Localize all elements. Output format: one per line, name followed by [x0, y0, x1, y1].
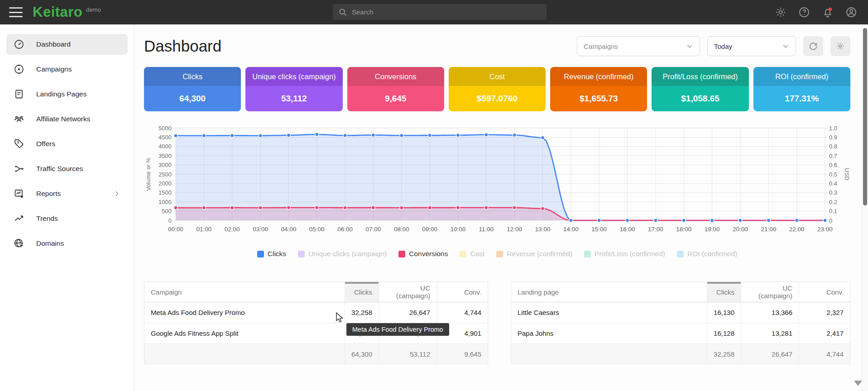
legend-label: ROI (confirmed)	[687, 250, 737, 258]
table-header-row: CampaignClicksUC (campaign)Conv.	[144, 282, 488, 302]
svg-text:0.6: 0.6	[829, 162, 837, 168]
svg-text:0.3: 0.3	[829, 189, 837, 196]
grouping-select[interactable]: Campaigns	[577, 36, 700, 56]
period-select-value: Today	[714, 43, 732, 50]
scrollbar-thumb[interactable]	[863, 28, 867, 205]
refresh-icon	[808, 41, 818, 51]
svg-text:17:00: 17:00	[648, 226, 663, 233]
svg-text:2500: 2500	[158, 171, 172, 178]
svg-text:14:00: 14:00	[563, 226, 579, 233]
traffic-split-icon	[14, 163, 24, 174]
column-header-campaign[interactable]: Campaign	[144, 282, 345, 302]
column-header-uc-campaign-[interactable]: UC (campaign)	[741, 282, 799, 302]
legend-label: Clicks	[268, 250, 286, 258]
legend-swatch	[496, 251, 503, 257]
stat-card-cost[interactable]: Cost$597.0760	[449, 67, 546, 111]
help-icon[interactable]	[798, 6, 810, 18]
sidebar-item-offers[interactable]: $Offers	[6, 134, 128, 154]
svg-text:02:00: 02:00	[225, 226, 240, 233]
table-totals-row: 32,25826,6474,744	[511, 344, 850, 364]
vertical-scrollbar[interactable]	[862, 24, 868, 391]
legend-label: Unique clicks (campaign)	[308, 250, 387, 258]
sidebar-item-campaigns[interactable]: Campaigns	[6, 59, 128, 80]
legend-label: Revenue (confirmed)	[507, 250, 572, 258]
svg-text:03:00: 03:00	[253, 226, 268, 233]
legend-item-unique-clicks-campaign-[interactable]: Unique clicks (campaign)	[298, 250, 387, 258]
table-row[interactable]: Papa Johns16,12813,2812,417	[511, 323, 850, 344]
total-cell: 9,645	[437, 344, 488, 364]
total-cell: 4,744	[799, 344, 850, 364]
sidebar-item-reports[interactable]: Reports	[6, 183, 128, 204]
row-name-cell: Google Ads Fitness App Split	[144, 323, 345, 344]
dashboard-gauge-icon	[14, 39, 24, 50]
svg-text:$: $	[17, 141, 19, 144]
stat-card-value: $597.0760	[449, 86, 546, 111]
legend-item-revenue-confirmed-[interactable]: Revenue (confirmed)	[496, 250, 572, 258]
svg-text:22:00: 22:00	[789, 226, 805, 233]
sidebar-item-label: Dashboard	[36, 40, 71, 48]
column-header-landing-page[interactable]: Landing page	[511, 282, 707, 302]
target-icon	[14, 64, 24, 75]
svg-text:0: 0	[829, 217, 832, 224]
sidebar-item-dashboard[interactable]: Dashboard	[6, 34, 128, 55]
refresh-button[interactable]	[803, 36, 823, 56]
total-cell	[511, 344, 707, 364]
table-row[interactable]: Meta Ads Food Delivery Promo32,25826,647…	[144, 302, 488, 323]
stat-card-label: Profit/Loss (confirmed)	[652, 67, 748, 86]
column-header-clicks[interactable]: Clicks	[345, 282, 379, 302]
scroll-down-arrow-icon[interactable]	[854, 381, 862, 386]
stat-card-revenue-confirmed-[interactable]: Revenue (confirmed)$1,655.73	[550, 67, 647, 111]
sidebar-item-label: Campaigns	[36, 65, 72, 73]
legend-item-cost[interactable]: Cost	[460, 250, 484, 258]
column-header-conv-[interactable]: Conv.	[437, 282, 488, 302]
legend-swatch	[298, 251, 305, 257]
sidebar-item-affiliate-networks[interactable]: Affiliate Networks	[6, 109, 128, 129]
sidebar-item-label: Affiliate Networks	[36, 115, 90, 123]
sidebar-item-label: Landings Pages	[36, 90, 86, 98]
sidebar-item-landings-pages[interactable]: Landings Pages	[6, 84, 128, 105]
sidebar-item-domains[interactable]: Domains	[6, 233, 128, 254]
column-header-clicks[interactable]: Clicks	[707, 282, 741, 302]
svg-text:19:00: 19:00	[705, 226, 720, 233]
table-row[interactable]: Little Caesars16,13013,3662,327	[511, 302, 850, 323]
legend-item-clicks[interactable]: Clicks	[257, 250, 286, 258]
stat-card-clicks[interactable]: Clicks64,300	[144, 67, 241, 111]
chevron-down-icon	[782, 43, 789, 50]
sidebar-item-traffic-sources[interactable]: Traffic Sources	[6, 158, 128, 179]
row-name-cell: Little Caesars	[511, 302, 707, 323]
dashboard-settings-button[interactable]	[830, 36, 850, 56]
column-header-uc-campaign-[interactable]: UC (campaign)	[379, 282, 437, 302]
sidebar: DashboardCampaignsLandings PagesAffiliat…	[0, 24, 134, 391]
stat-card-value: 177.31%	[753, 86, 850, 111]
stat-card-label: Cost	[449, 67, 546, 86]
stat-card-unique-clicks-campaign-[interactable]: Unique clicks (campaign)53,112	[245, 67, 342, 111]
legend-item-conversions[interactable]: Conversions	[398, 250, 448, 258]
legend-label: Profit/Loss (confirmed)	[595, 250, 665, 258]
legend-swatch	[257, 251, 264, 257]
legend-item-profit-loss-confirmed-[interactable]: Profit/Loss (confirmed)	[584, 250, 665, 258]
stat-card-value: 9,645	[347, 86, 444, 111]
legend-label: Conversions	[409, 250, 448, 258]
stat-card-roi-confirmed-[interactable]: ROI (confirmed)177.31%	[753, 67, 850, 111]
row-value-cell: 16,128	[707, 323, 741, 344]
svg-text:20:00: 20:00	[733, 226, 748, 233]
brand-logo[interactable]: Keitaro	[33, 4, 82, 20]
stat-card-conversions[interactable]: Conversions9,645	[347, 67, 444, 111]
period-select[interactable]: Today	[707, 36, 796, 56]
menu-toggle-icon[interactable]	[9, 7, 23, 17]
column-header-conv-[interactable]: Conv.	[799, 282, 850, 302]
search-input[interactable]	[352, 8, 533, 16]
legend-item-roi-confirmed-[interactable]: ROI (confirmed)	[677, 250, 737, 258]
notifications-bell-icon[interactable]	[822, 6, 834, 18]
stat-card-value: 64,300	[144, 86, 241, 111]
total-cell	[144, 344, 345, 364]
global-search[interactable]	[333, 4, 547, 20]
chart-canvas[interactable]: 0500100015002000250030003500400045005000…	[144, 125, 850, 238]
row-value-cell: 13,281	[741, 323, 799, 344]
svg-text:4500: 4500	[158, 134, 172, 141]
user-avatar-icon[interactable]	[845, 6, 857, 18]
grouping-select-value: Campaigns	[584, 43, 618, 50]
sidebar-item-trends[interactable]: Trends	[6, 208, 128, 229]
stat-card-profit-loss-confirmed-[interactable]: Profit/Loss (confirmed)$1,058.65	[652, 67, 748, 111]
settings-icon[interactable]	[775, 6, 786, 18]
